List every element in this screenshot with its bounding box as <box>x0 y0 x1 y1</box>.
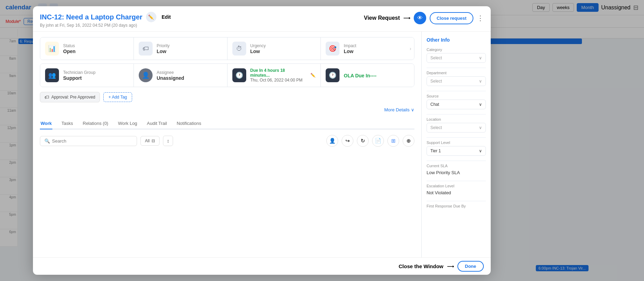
urgency-card[interactable]: ⏱ Urgency Low <box>227 37 321 60</box>
sidebar-divider-2 <box>427 91 486 91</box>
sort-button[interactable]: ↕ <box>163 136 173 146</box>
sidebar-divider-6 <box>427 181 486 181</box>
impact-card[interactable]: 🎯 Impact Low › <box>321 37 414 60</box>
due-card[interactable]: 🕐 Due In 4 hours 18 minutes... Thu, Oct … <box>227 64 321 87</box>
tag-icon: 🏷 <box>44 94 49 100</box>
due-edit-pencil-icon[interactable]: ✏️ <box>310 73 316 78</box>
forward-icon-button[interactable]: ↪ <box>342 135 353 147</box>
refresh-icon-button[interactable]: ↻ <box>357 135 369 147</box>
more-details-label: More Details <box>384 107 410 112</box>
support-level-label: Support Level <box>427 140 486 145</box>
work-toolbar: 🔍 All ⊟ ↕ 👤 ↪ ↻ 📄 ⊞ ⊕ <box>40 135 414 147</box>
modal-header-right: View Request ⟶ 👁 Close request ⋮ <box>364 12 484 24</box>
sidebar-divider-4 <box>427 137 486 138</box>
priority-card[interactable]: 🏷 Priority Low <box>134 37 227 60</box>
source-label: Source <box>427 94 486 98</box>
status-icon: 📊 <box>45 42 59 56</box>
assignee-icon: 👤 <box>139 68 153 82</box>
more-options-button[interactable]: ⋮ <box>477 14 484 22</box>
svg-text:Edit: Edit <box>162 14 171 20</box>
impact-label: Impact <box>344 43 356 48</box>
source-select[interactable]: Chat ∨ <box>427 100 486 109</box>
ola-card[interactable]: 🕐 OLA Due In---- <box>321 64 414 87</box>
approval-tag: 🏷 Approval: Pre Approved <box>40 92 100 102</box>
category-value: Select <box>430 56 442 60</box>
sidebar-divider-3 <box>427 114 486 114</box>
sidebar-field-source: Source Chat ∨ <box>427 94 486 109</box>
tech-group-value: Support <box>63 75 95 81</box>
category-label: Category <box>427 48 486 52</box>
location-select[interactable]: Select ∨ <box>427 123 486 133</box>
filter-all-label: All <box>145 138 149 143</box>
sidebar-field-current-sla: Current SLA Low Priority SLA <box>427 164 486 176</box>
edit-arrow-annotation: Edit <box>160 14 181 20</box>
current-sla-label: Current SLA <box>427 164 486 168</box>
tab-relations[interactable]: Relations (0) <box>82 118 109 129</box>
urgency-value: Low <box>250 49 266 54</box>
close-window-arrow-icon: ⟶ <box>447 264 454 269</box>
filter-icon: ⊟ <box>152 138 155 143</box>
status-card[interactable]: 📊 Status Open <box>40 37 134 60</box>
view-request-label: View Request <box>364 15 400 21</box>
support-level-chevron-icon: ∨ <box>479 148 482 153</box>
impact-value: Low <box>344 49 356 54</box>
department-chevron-icon: ∨ <box>479 79 482 84</box>
assignee-card[interactable]: 👤 Assignee Unassigned <box>134 64 227 87</box>
due-text: Due In 4 hours 18 minutes... Thu, Oct 06… <box>250 68 304 83</box>
tab-worklog[interactable]: Work Log <box>117 118 138 129</box>
support-level-select[interactable]: Tier 1 ∨ <box>427 146 486 156</box>
source-chevron-icon: ∨ <box>479 102 482 107</box>
table-icon-button[interactable]: ⊞ <box>387 135 399 147</box>
due-label: Due In 4 hours 18 minutes... <box>250 68 304 78</box>
due-icon: 🕐 <box>232 68 246 82</box>
search-icon: 🔍 <box>44 138 50 144</box>
ola-text: OLA Due In---- <box>344 73 376 78</box>
urgency-icon: ⏱ <box>232 42 246 56</box>
support-level-value: Tier 1 <box>430 148 441 153</box>
ola-icon: 🕐 <box>326 68 340 82</box>
tab-notifications[interactable]: Notifications <box>176 118 202 129</box>
tab-audittrail[interactable]: Audit Trail <box>146 118 168 129</box>
edit-icon-button[interactable]: ✏️ <box>146 12 156 22</box>
assignee-value: Unassigned <box>157 75 184 81</box>
department-select[interactable]: Select ∨ <box>427 76 486 86</box>
view-request-arrow: ⟶ <box>403 15 410 21</box>
tab-tasks[interactable]: Tasks <box>61 118 74 129</box>
pdf-icon-button[interactable]: 📄 <box>372 135 384 147</box>
tech-group-card[interactable]: 👥 Technician Group Support <box>40 64 134 87</box>
priority-label: Priority <box>157 43 170 48</box>
modal-sidebar: Other Info Category Select ∨ Department … <box>421 32 491 273</box>
sidebar-divider-5 <box>427 161 486 161</box>
status-label: Status <box>63 43 76 48</box>
tech-group-label: Technician Group <box>63 70 95 75</box>
tab-work[interactable]: Work <box>40 118 52 129</box>
search-input[interactable] <box>52 138 132 144</box>
priority-icon: 🏷 <box>139 42 153 56</box>
impact-text: Impact Low <box>344 43 356 54</box>
modal-header: INC-12: Need a Laptop Charger ✏️ Edit By… <box>33 6 491 32</box>
more-details-chevron-icon: ∨ <box>411 107 414 112</box>
more-details-row[interactable]: More Details ∨ <box>40 107 414 112</box>
assign-icon-button[interactable]: 👤 <box>326 135 338 147</box>
modal-main: 📊 Status Open 🏷 Priority Low ⏱ <box>33 32 421 273</box>
first-response-label: First Response Due By <box>427 204 486 208</box>
modal-title: INC-12: Need a Laptop Charger <box>40 13 143 21</box>
filter-all-button[interactable]: All ⊟ <box>140 136 160 146</box>
department-label: Department <box>427 71 486 75</box>
close-request-button[interactable]: Close request <box>430 12 473 24</box>
modal-body: 📊 Status Open 🏷 Priority Low ⏱ <box>33 32 491 273</box>
view-request-icon-button[interactable]: 👁 <box>414 12 426 24</box>
add-icon-button[interactable]: ⊕ <box>403 135 414 147</box>
category-select[interactable]: Select ∨ <box>427 53 486 63</box>
tech-group-icon: 👥 <box>45 68 59 82</box>
sidebar-field-first-response: First Response Due By <box>427 204 486 208</box>
info-cards-row2: 👥 Technician Group Support 👤 Assignee Un… <box>40 63 414 87</box>
urgency-label: Urgency <box>250 43 266 48</box>
add-tag-button[interactable]: + Add Tag <box>103 92 132 102</box>
close-window-label: Close the Window <box>398 263 443 269</box>
current-sla-value: Low Priority SLA <box>427 169 486 176</box>
sidebar-field-support-level: Support Level Tier 1 ∨ <box>427 140 486 156</box>
ola-value: OLA Due In---- <box>344 73 376 78</box>
status-value: Open <box>63 49 76 54</box>
done-button[interactable]: Done <box>457 261 484 272</box>
